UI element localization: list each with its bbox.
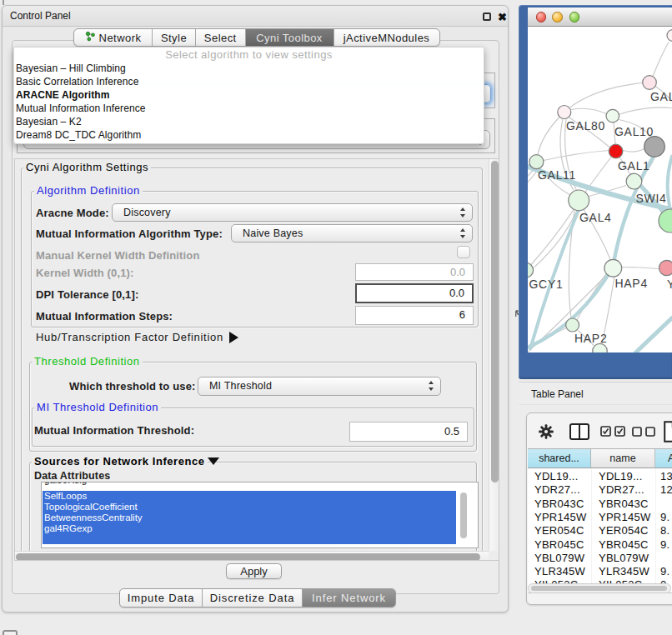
node-label-gal10: GAL10 bbox=[614, 125, 654, 138]
network-edge[interactable] bbox=[544, 150, 609, 160]
network-edge[interactable] bbox=[622, 267, 659, 268]
node-gal4[interactable] bbox=[569, 190, 589, 211]
network-edge[interactable] bbox=[571, 108, 606, 113]
node-salmon[interactable] bbox=[659, 260, 672, 275]
column-header-a[interactable]: A bbox=[655, 449, 672, 468]
node-gray[interactable] bbox=[644, 136, 665, 157]
node-gcy1[interactable] bbox=[528, 262, 534, 277]
kernel-width-label: Kernel Width (0,1): bbox=[36, 267, 134, 279]
gear-icon[interactable] bbox=[539, 424, 554, 439]
node-gal80[interactable] bbox=[558, 105, 571, 118]
network-edge-highlighted[interactable] bbox=[668, 156, 672, 206]
dropdown-item[interactable]: Bayesian – K2 bbox=[16, 115, 466, 128]
mi-steps-input[interactable]: 6 bbox=[355, 306, 474, 325]
list-item-partial[interactable]: gal80Rsig bbox=[43, 482, 456, 486]
node-top-right[interactable] bbox=[667, 29, 672, 41]
vertical-scrollbar[interactable] bbox=[489, 159, 499, 551]
collapse-down-icon[interactable] bbox=[208, 458, 219, 465]
bottom-tab-infer-network[interactable]: Infer Network bbox=[302, 589, 395, 607]
table-cell: YDL19... bbox=[599, 470, 654, 482]
float-window-icon[interactable] bbox=[483, 12, 491, 21]
apply-button[interactable]: Apply bbox=[226, 563, 282, 579]
list-item[interactable]: TopologicalCoefficient bbox=[43, 502, 456, 512]
tab-style[interactable]: Style bbox=[152, 29, 195, 46]
tab-label: jActiveMNodules bbox=[344, 32, 430, 44]
node-swi4[interactable] bbox=[626, 173, 642, 189]
close-icon[interactable]: ✖ bbox=[498, 11, 507, 23]
list-item[interactable] bbox=[43, 534, 456, 545]
network-edge-highlighted[interactable] bbox=[635, 318, 672, 352]
tab-jactivemnodules[interactable]: jActiveMNodules bbox=[333, 29, 439, 46]
network-edge[interactable] bbox=[570, 82, 649, 107]
table-scrollbar-thumb[interactable] bbox=[531, 586, 667, 592]
table-cell: YDR27... bbox=[599, 483, 654, 496]
unchecked-columns-icon[interactable] bbox=[632, 427, 657, 437]
split-columns-icon[interactable] bbox=[569, 423, 589, 440]
tab-cyni-toolbox[interactable]: Cyni Toolbox bbox=[245, 29, 333, 46]
data-attributes-list[interactable]: gal80RsigSelfLoopsTopologicalCoefficient… bbox=[41, 482, 479, 548]
dropdown-item[interactable]: Bayesian – Hill Climbing bbox=[16, 62, 466, 75]
node-label-gal1: GAL1 bbox=[618, 159, 650, 172]
horizontal-scrollbar-thumb[interactable] bbox=[16, 553, 480, 561]
table-cell: 9. bbox=[660, 511, 672, 523]
table-cell: YBL079W bbox=[534, 552, 589, 564]
node-gal10[interactable] bbox=[606, 109, 619, 122]
node-gal11[interactable] bbox=[529, 154, 544, 168]
vertical-scrollbar-thumb[interactable] bbox=[491, 161, 499, 482]
mi-type-label: Mutual Information Algorithm Type: bbox=[36, 228, 223, 240]
network-canvas[interactable]: GALGAL80GAL10GAL1GAL11SWI4GAL4GCY1HAP4YH… bbox=[528, 27, 672, 352]
node-gal1-red[interactable] bbox=[609, 144, 623, 158]
node-pink-top[interactable] bbox=[643, 75, 657, 89]
table-horizontal-scrollbar[interactable] bbox=[528, 583, 671, 593]
bottom-tab-impute-data[interactable]: Impute Data bbox=[120, 589, 202, 607]
dropdown-item[interactable]: Basic Correlation Inference bbox=[16, 75, 466, 88]
column-header-shared[interactable]: shared... bbox=[528, 449, 591, 468]
table-cell: YLR345W bbox=[534, 565, 589, 578]
network-edge[interactable] bbox=[623, 148, 644, 152]
tab-network[interactable]: Network bbox=[74, 29, 152, 46]
document-icon[interactable] bbox=[664, 421, 672, 442]
traffic-light-minimize-icon[interactable] bbox=[552, 12, 563, 22]
aracne-mode-combobox[interactable]: Discovery bbox=[112, 203, 473, 222]
traffic-light-zoom-icon[interactable] bbox=[569, 12, 580, 22]
dropdown-item[interactable]: Dream8 DC_TDC Algorithm bbox=[16, 128, 466, 142]
tab-select[interactable]: Select bbox=[195, 29, 245, 46]
mi-threshold-input[interactable]: 0.5 bbox=[349, 422, 468, 442]
list-scrollbar-thumb[interactable] bbox=[460, 492, 468, 538]
node-hap2[interactable] bbox=[566, 318, 579, 332]
table-cell: 9. bbox=[660, 565, 672, 578]
manual-kernel-checkbox[interactable] bbox=[457, 246, 470, 258]
node-green-right[interactable] bbox=[659, 209, 672, 232]
dropdown-item[interactable]: ARACNE Algorithm bbox=[16, 88, 466, 102]
data-attributes-label: Data Attributes bbox=[34, 470, 110, 482]
node-hap4[interactable] bbox=[604, 259, 622, 277]
which-threshold-combobox[interactable]: MI Threshold bbox=[198, 377, 441, 396]
mi-type-combobox[interactable]: Naive Bayes bbox=[231, 224, 473, 242]
mi-threshold-group-title: MI Threshold Definition bbox=[34, 402, 161, 413]
table-cell: YER054C bbox=[534, 524, 589, 537]
list-item[interactable]: SelfLoops bbox=[43, 491, 456, 502]
dropdown-prompt: Select algorithm to view settings bbox=[14, 48, 484, 61]
node-label-hap2: HAP2 bbox=[574, 332, 607, 345]
hub-section-label[interactable]: Hub/Transcription Factor Definition bbox=[36, 331, 223, 343]
network-edge[interactable] bbox=[653, 42, 669, 76]
list-item[interactable]: gal4RGexp bbox=[43, 523, 456, 534]
table-cell: YLR345W bbox=[599, 565, 654, 578]
checked-columns-icon[interactable] bbox=[600, 426, 626, 437]
list-item[interactable]: BetweennessCentrality bbox=[43, 512, 456, 523]
bottom-tab-discretize-data[interactable]: Discretize Data bbox=[202, 589, 302, 607]
node-label-gal80: GAL80 bbox=[566, 118, 605, 132]
kernel-width-input[interactable]: 0.0 bbox=[355, 263, 474, 281]
table-cell: YER054C bbox=[599, 524, 654, 537]
network-edge[interactable] bbox=[538, 117, 559, 154]
column-header-name[interactable]: name bbox=[591, 449, 655, 468]
horizontal-scrollbar[interactable] bbox=[15, 551, 489, 561]
dpi-tolerance-input[interactable]: 0.0 bbox=[355, 283, 474, 303]
table-cell: YBR043C bbox=[599, 498, 654, 510]
dropdown-item[interactable]: Mutual Information Inference bbox=[16, 102, 466, 115]
node-label-gal11: GAL11 bbox=[538, 168, 576, 182]
expand-right-icon[interactable] bbox=[229, 332, 238, 343]
traffic-light-close-icon[interactable] bbox=[536, 12, 547, 22]
network-edge[interactable] bbox=[619, 107, 672, 114]
settings-scrollpane: Cyni Algorithm Settings Algorithm Defini… bbox=[14, 158, 499, 561]
